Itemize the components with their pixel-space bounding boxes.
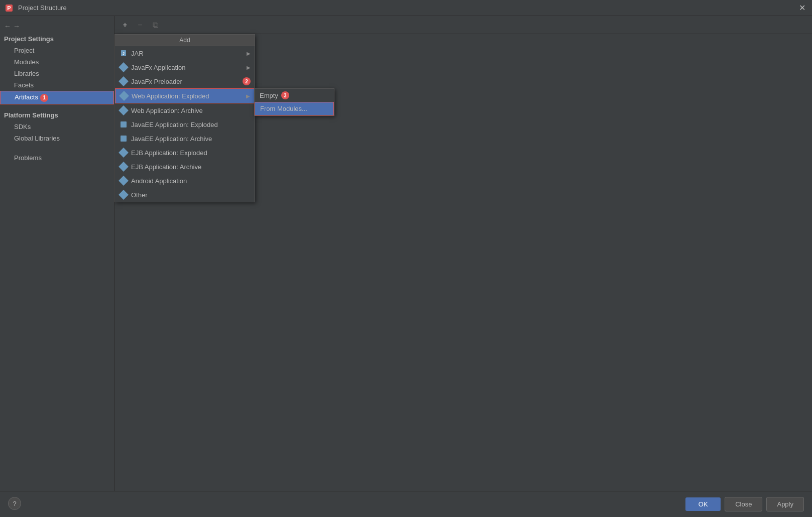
main-content: ← → Project Settings Project Modules Lib… bbox=[0, 16, 812, 491]
jar-arrow: ▶ bbox=[247, 51, 251, 56]
apply-button[interactable]: Apply bbox=[766, 497, 804, 511]
forward-button[interactable]: → bbox=[13, 22, 20, 30]
dropdown-item-ejb-exploded[interactable]: EJB Application: Exploded bbox=[115, 146, 255, 160]
dropdown-item-javaee-exploded[interactable]: JavaEE Application: Exploded bbox=[115, 117, 255, 132]
add-dropdown-menu: Add J JAR ▶ JavaFx Application ▶ bbox=[114, 34, 255, 202]
toolbar: + − ⧉ bbox=[114, 16, 812, 34]
dropdown-item-web-app-archive[interactable]: Web Application: Archive bbox=[115, 103, 255, 117]
submenu-item-from-modules[interactable]: From Modules... bbox=[255, 102, 334, 115]
javafx-app-arrow: ▶ bbox=[247, 65, 251, 70]
project-settings-header: Project Settings bbox=[0, 32, 114, 45]
close-button[interactable]: ✕ bbox=[796, 2, 808, 14]
other-icon bbox=[119, 190, 128, 199]
sidebar-item-modules[interactable]: Modules bbox=[0, 56, 114, 68]
back-button[interactable]: ← bbox=[4, 22, 11, 30]
title-bar: P Project Structure ✕ bbox=[0, 0, 812, 16]
dropdown-item-ejb-archive[interactable]: EJB Application: Archive bbox=[115, 160, 255, 174]
svg-text:P: P bbox=[7, 5, 11, 11]
ejb-exploded-icon bbox=[119, 148, 128, 157]
dropdown-header: Add bbox=[115, 35, 255, 46]
close-dialog-button[interactable]: Close bbox=[725, 497, 762, 511]
web-app-exploded-arrow: ▶ bbox=[246, 93, 250, 99]
empty-badge: 3 bbox=[281, 91, 289, 99]
sidebar: ← → Project Settings Project Modules Lib… bbox=[0, 16, 114, 491]
bottom-bar: ? OK Close Apply bbox=[0, 491, 812, 517]
web-app-archive-icon bbox=[119, 106, 128, 115]
javaee-exploded-icon bbox=[119, 120, 128, 129]
web-app-exploded-icon bbox=[120, 91, 129, 100]
submenu-item-empty[interactable]: Empty 3 bbox=[255, 89, 334, 102]
sidebar-item-project[interactable]: Project bbox=[0, 45, 114, 56]
dropdown-item-other[interactable]: Other bbox=[115, 188, 255, 202]
sidebar-item-facets[interactable]: Facets bbox=[0, 79, 114, 91]
sidebar-item-libraries[interactable]: Libraries bbox=[0, 68, 114, 79]
dropdown-item-web-app-exploded[interactable]: Web Application: Exploded ▶ Empty 3 From… bbox=[115, 88, 255, 103]
javafx-preloader-icon bbox=[119, 77, 128, 86]
javafx-app-icon bbox=[119, 63, 128, 72]
dropdown-overlay: Add J JAR ▶ JavaFx Application ▶ bbox=[114, 34, 255, 202]
svg-rect-5 bbox=[121, 136, 127, 142]
platform-settings-header: Platform Settings bbox=[0, 108, 114, 121]
dropdown-item-android-app[interactable]: Android Application bbox=[115, 174, 255, 188]
sidebar-item-artifacts[interactable]: Artifacts1 bbox=[0, 91, 114, 104]
sidebar-item-sdks[interactable]: SDKs bbox=[0, 121, 114, 133]
javaee-archive-icon bbox=[119, 134, 128, 143]
sidebar-item-problems[interactable]: Problems bbox=[0, 152, 114, 164]
dropdown-item-javafx-app[interactable]: JavaFx Application ▶ bbox=[115, 60, 255, 74]
sidebar-item-global-libraries[interactable]: Global Libraries bbox=[0, 133, 114, 144]
dropdown-item-javafx-preloader[interactable]: JavaFx Preloader 2 bbox=[115, 74, 255, 88]
artifacts-badge: 1 bbox=[40, 94, 48, 102]
dropdown-item-jar[interactable]: J JAR ▶ bbox=[115, 46, 255, 60]
remove-button[interactable]: − bbox=[134, 19, 147, 32]
dropdown-item-javaee-archive[interactable]: JavaEE Application: Archive bbox=[115, 132, 255, 146]
title-bar-text: Project Structure bbox=[18, 4, 796, 12]
copy-button[interactable]: ⧉ bbox=[149, 19, 162, 32]
nav-arrows: ← → bbox=[0, 20, 114, 32]
main-area: + − ⧉ Add J JAR ▶ bbox=[114, 16, 812, 491]
help-button[interactable]: ? bbox=[8, 497, 21, 510]
ok-button[interactable]: OK bbox=[685, 497, 721, 511]
app-icon: P bbox=[4, 3, 14, 13]
svg-rect-4 bbox=[121, 121, 127, 127]
android-app-icon bbox=[119, 176, 128, 185]
preloader-badge: 2 bbox=[243, 77, 251, 85]
svg-text:J: J bbox=[123, 52, 125, 55]
add-button[interactable]: + bbox=[119, 19, 132, 32]
web-exploded-submenu: Empty 3 From Modules... bbox=[254, 88, 334, 116]
jar-icon: J bbox=[119, 49, 128, 58]
ejb-archive-icon bbox=[119, 162, 128, 171]
